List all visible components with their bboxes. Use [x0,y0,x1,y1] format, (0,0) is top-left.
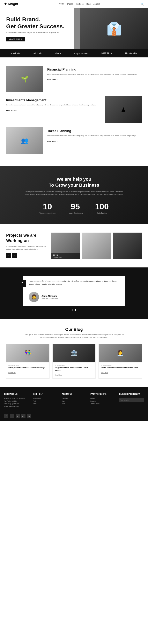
testimonial-author: 👩 Andre Morinum CEO, Earthroot Group [29,289,119,302]
service-readmore-2[interactable]: Read More [6,110,17,111]
footer-team[interactable]: Team [62,400,86,402]
service-title-1: Financial Planning [47,68,142,71]
project-card-3[interactable] [113,232,142,259]
blog-card-2: 🏦 19 October 2016 Singapore shuts bank l… [52,344,96,378]
grow-title-1: We are help you [57,176,91,182]
blog-post-title-1: Child protection services 'unsatisfactor… [9,367,47,369]
social-twitter[interactable]: t [10,414,14,418]
hero-title-line1: Build Brand. [6,16,40,22]
projects-prev-button[interactable]: ‹ [6,253,11,258]
social-youtube[interactable]: ▶ [27,414,31,418]
service-row-2: Investments Management Lorem ipsum dolor… [6,96,142,123]
service-img-1: 🌱 [6,66,43,92]
projects-text: Lorem ipsum dolor sit amet, consectetur … [6,245,47,251]
footer-grid: Contact Us Address 99 Floor, 279 Hudson … [4,393,144,408]
blog-content-1: 20 October 2016 Child protection service… [6,362,49,376]
footer-affiliate[interactable]: Affiliate Terms [90,402,115,405]
service-text-3: Lorem ipsum dolor sit amet, consectetur … [47,134,142,137]
testimonial-card: “ Lorem ipsum dolor sit amet, consectetu… [23,276,125,306]
blog-post-title-3: South African finance minister summoned [101,367,139,369]
social-googleplus[interactable]: g+ [21,414,26,418]
brand-skyscanner: skyscanner [74,52,89,54]
quote-icon: “ [19,280,26,287]
testimonial-section: “ Lorem ipsum dolor sit amet, consectetu… [0,268,148,319]
blog-img-2: 🏦 [53,344,96,362]
footer-reseller[interactable]: Reseller [90,400,115,402]
stat-satisfaction-label: Satisfaction [95,212,109,214]
nav-pages[interactable]: Pages [67,3,73,5]
dot-2[interactable] [75,309,76,311]
footer-subscription-title: Subscription Now [119,393,144,395]
service-row-3: 👥 Taxes Planning Lorem ipsum dolor sit a… [6,127,142,154]
stat-customers-label: Happy Customers [68,212,83,214]
author-avatar: 👩 [29,292,39,302]
projects-nav: ‹ › [6,253,47,258]
social-linkedin[interactable]: in [16,414,20,418]
project-img-2 [82,232,111,259]
blog-grid: 👫 20 October 2016 Child protection servi… [6,344,142,378]
blog-read-1[interactable]: Read More [9,372,16,374]
projects-next-button[interactable]: › [12,253,17,258]
testimonial-text: Lorem ipsum dolor sit amet, consectetur … [29,280,119,286]
brand-netflix: NETFLIX [101,52,112,54]
stat-years: 10 Years of experience [39,202,56,214]
hero-photo: 👔 [80,8,148,49]
footer-subscription: Subscription Now [119,393,144,408]
search-icon[interactable]: 🔍 [141,3,144,6]
learn-more-button[interactable]: LEARN MORE [6,37,25,42]
logo-text: Knight [8,2,18,6]
footer-phone: Phone: 3 (14) 159-2655 [4,402,29,405]
footer-news[interactable]: News [62,402,86,405]
stat-customers: 95 Happy Customers [68,202,83,214]
footer-address: Address 99 Floor, 279 Hudson St, New Yor… [4,397,29,402]
footer-faq[interactable]: FAQ [33,400,58,402]
footer-plans[interactable]: Plans [33,402,58,405]
hero-title: Build Brand. Get Greater Success. [6,16,74,30]
testimonial-dots [6,309,142,311]
projects-left: Projects we are Working on Lorem ipsum d… [6,232,47,258]
services-section: 🌱 Financial Planning Lorem ipsum dolor s… [0,58,148,166]
subscription-email-input[interactable] [119,398,144,402]
brands-bar: Marketo airbnb slack skyscanner NETFLIX … [0,49,148,58]
nav-portfolio[interactable]: Portfolio [76,3,84,5]
blog-read-2[interactable]: Read More [55,374,62,376]
project-card-2[interactable] [82,232,111,259]
service-readmore-3[interactable]: Read More [47,140,58,142]
footer-email: Email: markel@th.com [4,405,29,408]
footer-partnerships: Partnerships Brands Reseller Affiliate T… [90,393,115,408]
blog-read-3[interactable]: Read More [101,372,108,374]
project-card-1[interactable]: 2015 Financial Plan [51,232,80,259]
projects-section: Projects we are Working on Lorem ipsum d… [0,224,148,268]
footer-partnerships-title: Partnerships [90,393,115,395]
grow-title: We are help you To Grow your Business [6,176,142,188]
blog-card-3: 👩‍💼 18 October 2016 South African financ… [98,344,142,378]
nav-links: Home Pages Portfolio Blog Joomla [59,3,100,5]
service-row-1: 🌱 Financial Planning Lorem ipsum dolor s… [6,66,142,92]
logo-icon: ★ [4,2,7,6]
footer-gethelp-title: Get Help [33,393,58,395]
footer-howitworks[interactable]: How It Work [33,397,58,400]
service-img-3: 👥 [6,127,43,154]
hero-title-line2: Get Greater Success. [6,23,64,30]
service-title-3: Taxes Planning [47,129,142,133]
service-img-2: ♟ [105,96,142,123]
stat-satisfaction: 100 Satisfaction [95,202,109,214]
footer-brands[interactable]: Brands [90,397,115,400]
author-name: Andre Morinum [42,295,58,297]
dot-1[interactable] [72,309,73,311]
brand-airbnb: airbnb [34,52,42,54]
nav-blog[interactable]: Blog [87,3,91,5]
footer-company[interactable]: Company [62,397,86,400]
projects-title: Projects we are Working on [6,232,47,243]
logo: ★ Knight [4,2,18,6]
service-readmore-1[interactable]: Read More [47,79,58,80]
nav-home[interactable]: Home [59,3,65,5]
project-img-3 [113,232,142,259]
blog-post-title-2: Singapore shuts bank linked to 1MDB mone… [55,367,93,372]
social-facebook[interactable]: f [4,414,8,418]
nav-joomla[interactable]: Joomla [93,3,100,5]
footer-about: About Us Company Team News [62,393,86,408]
service-text-1: Lorem ipsum dolor sit amet, consectetur … [47,73,142,76]
footer-about-title: About Us [62,393,86,395]
service-title-2: Investments Management [6,98,101,102]
